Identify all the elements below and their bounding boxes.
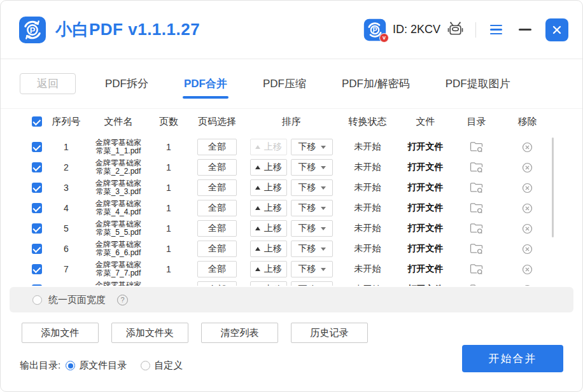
- original-dir-radio[interactable]: [66, 361, 75, 370]
- open-directory-button[interactable]: [453, 284, 500, 286]
- open-directory-button[interactable]: [453, 141, 500, 153]
- open-file-link[interactable]: 打开文件: [398, 162, 453, 173]
- open-file-link[interactable]: 打开文件: [398, 182, 453, 193]
- row-checkbox[interactable]: [32, 183, 42, 193]
- move-up-button[interactable]: 上移: [250, 200, 287, 216]
- open-file-link[interactable]: 打开文件: [398, 284, 453, 286]
- remove-row-button[interactable]: [500, 244, 554, 255]
- page-select-all-button[interactable]: 全部: [197, 220, 237, 237]
- open-directory-button[interactable]: [453, 243, 500, 255]
- account-vip-logo[interactable]: P v: [363, 18, 386, 41]
- start-merge-button[interactable]: 开始合并: [462, 345, 563, 372]
- remove-row-button[interactable]: [500, 284, 554, 286]
- help-icon[interactable]: ?: [117, 295, 128, 305]
- remove-row-button[interactable]: [500, 162, 554, 173]
- uniform-width-radio[interactable]: [32, 295, 42, 305]
- remove-row-button[interactable]: [500, 223, 554, 234]
- remove-row-button[interactable]: [500, 142, 554, 153]
- row-status: 未开始: [337, 182, 398, 193]
- app-window: P 小白PDF v1.1.1.27 P v ID: 2KCV: [0, 0, 583, 392]
- remove-row-button[interactable]: [500, 203, 554, 214]
- tab-pdf-compress[interactable]: PDF压缩: [263, 73, 306, 95]
- open-file-link[interactable]: 打开文件: [398, 202, 453, 214]
- open-file-link[interactable]: 打开文件: [398, 263, 453, 275]
- row-checkbox[interactable]: [32, 264, 42, 274]
- row-checkbox[interactable]: [32, 223, 42, 234]
- move-down-button[interactable]: 下移: [291, 281, 333, 286]
- row-checkbox[interactable]: [32, 284, 42, 286]
- option-bar: 统一页面宽度 ?: [10, 287, 573, 312]
- page-select-all-button[interactable]: 全部: [197, 200, 237, 216]
- move-up-button[interactable]: 上移: [250, 220, 287, 237]
- open-directory-button[interactable]: [453, 202, 500, 214]
- open-directory-button[interactable]: [453, 182, 500, 193]
- move-down-button[interactable]: 下移: [291, 200, 333, 216]
- open-file-link[interactable]: 打开文件: [398, 141, 453, 153]
- col-dir: 目录: [453, 116, 500, 128]
- move-up-button[interactable]: 上移: [250, 241, 287, 257]
- tab-pdf-split[interactable]: PDF拆分: [105, 73, 148, 95]
- remove-row-button[interactable]: [500, 264, 554, 275]
- row-checkbox[interactable]: [32, 244, 42, 254]
- app-title: 小白PDF v1.1.1.27: [55, 18, 200, 41]
- row-checkbox[interactable]: [32, 203, 42, 213]
- open-directory-button[interactable]: [453, 263, 500, 275]
- clear-list-button[interactable]: 清空列表: [201, 323, 278, 343]
- add-file-button[interactable]: 添加文件: [22, 323, 99, 343]
- robot-icon[interactable]: [447, 21, 464, 38]
- circle-x-icon: [522, 264, 533, 275]
- circle-x-icon: [522, 183, 533, 193]
- row-status: 未开始: [337, 141, 398, 153]
- tab-pdf-encrypt[interactable]: PDF加/解密码: [342, 73, 410, 95]
- history-button[interactable]: 历史记录: [291, 323, 368, 343]
- table-scrollbar[interactable]: [552, 137, 554, 237]
- row-checkbox[interactable]: [32, 142, 42, 152]
- open-directory-button[interactable]: [453, 162, 500, 173]
- table-row: 2 金牌零基础家常菜_2_2.pdf 1 全部 上移 下移 未开始 打开文件: [1, 157, 582, 178]
- back-button[interactable]: 返回: [20, 73, 76, 94]
- move-up-button[interactable]: 上移: [250, 281, 287, 286]
- open-directory-button[interactable]: [453, 223, 500, 234]
- open-file-link[interactable]: 打开文件: [398, 223, 453, 234]
- triangle-down-icon: [321, 207, 326, 210]
- page-select-all-button[interactable]: 全部: [197, 261, 237, 277]
- custom-dir-radio[interactable]: [141, 361, 150, 370]
- table-row: 6 金牌零基础家常菜_6_6.pdf 1 全部 上移 下移 未开始 打开文件: [1, 239, 582, 259]
- page-select-all-button[interactable]: 全部: [197, 139, 237, 155]
- row-filename: 金牌零基础家常菜_3_3.pdf: [93, 179, 144, 196]
- output-original-dir-option[interactable]: 原文件目录: [66, 360, 127, 372]
- row-serial: 3: [45, 183, 87, 193]
- triangle-down-icon: [321, 146, 326, 149]
- move-down-button[interactable]: 下移: [291, 159, 333, 176]
- move-up-button[interactable]: 上移: [250, 159, 287, 176]
- app-logo-icon: P: [18, 16, 46, 44]
- move-down-button[interactable]: 下移: [291, 139, 333, 155]
- output-custom-option[interactable]: 自定义: [141, 360, 183, 372]
- minimize-button[interactable]: [517, 21, 533, 39]
- table-row: 7 金牌零基础家常菜_7_7.pdf 1 全部 上移 下移 未开始 打开文件: [1, 259, 582, 279]
- open-file-link[interactable]: 打开文件: [398, 243, 453, 255]
- tab-pdf-extract-images[interactable]: PDF提取图片: [446, 73, 510, 95]
- add-folder-button[interactable]: 添加文件夹: [111, 323, 188, 343]
- move-down-button[interactable]: 下移: [291, 241, 333, 257]
- move-up-button[interactable]: 上移: [250, 179, 287, 196]
- move-up-button[interactable]: 上移: [250, 261, 287, 277]
- page-select-all-button[interactable]: 全部: [197, 281, 237, 286]
- output-directory-label: 输出目录:: [20, 360, 60, 372]
- close-button[interactable]: [545, 18, 568, 41]
- move-down-button[interactable]: 下移: [291, 220, 333, 237]
- row-checkbox[interactable]: [32, 162, 42, 172]
- page-select-all-button[interactable]: 全部: [197, 179, 237, 196]
- row-serial: 6: [45, 244, 87, 254]
- move-up-button[interactable]: 上移: [250, 139, 287, 155]
- page-select-all-button[interactable]: 全部: [197, 241, 237, 257]
- page-select-all-button[interactable]: 全部: [197, 159, 237, 176]
- triangle-up-icon: [255, 206, 260, 210]
- triangle-down-icon: [321, 227, 326, 230]
- remove-row-button[interactable]: [500, 183, 554, 193]
- move-down-button[interactable]: 下移: [291, 179, 333, 196]
- move-down-button[interactable]: 下移: [291, 261, 333, 277]
- menu-icon[interactable]: [488, 22, 505, 38]
- select-all-checkbox[interactable]: [32, 116, 42, 127]
- tab-pdf-merge[interactable]: PDF合并: [184, 73, 227, 95]
